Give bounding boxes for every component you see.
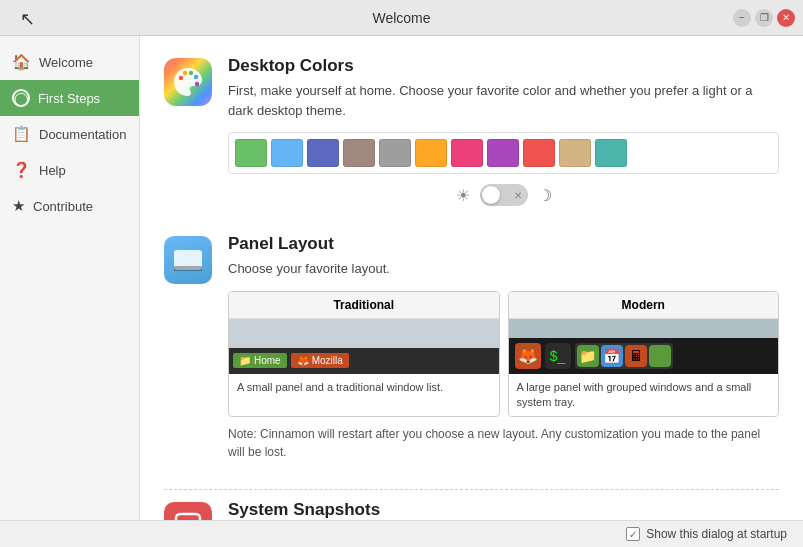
swatch-tan[interactable] (559, 139, 591, 167)
terminal-icon: $_ (545, 343, 571, 369)
panel-layout-desc: Choose your favorite layout. (228, 259, 779, 279)
swatch-indigo[interactable] (307, 139, 339, 167)
traditional-label: Traditional (229, 292, 499, 319)
svg-point-3 (189, 71, 193, 75)
help-icon: ❓ (12, 161, 31, 179)
titlebar: ↖ Welcome − ❐ ✕ (0, 0, 803, 36)
star-icon: ★ (12, 197, 25, 215)
traditional-layout[interactable]: Traditional 📁 Home 🦊 Mozilla (228, 291, 500, 418)
restore-button[interactable]: ❐ (755, 9, 773, 27)
traditional-desc: A small panel and a traditional window l… (229, 374, 499, 401)
modern-group: 📁 📅 🖩 (575, 343, 673, 369)
swatch-brown[interactable] (343, 139, 375, 167)
system-snapshots-section: System Snapshots Next, let's set automat… (164, 500, 779, 520)
calendar-icon: 📅 (601, 345, 623, 367)
toggle-knob (482, 186, 500, 204)
theme-toggle-row: ☀ ✕ ☽ (228, 184, 779, 206)
sidebar-label-help: Help (39, 163, 66, 178)
documentation-icon: 📋 (12, 125, 31, 143)
desktop-colors-body: Desktop Colors First, make yourself at h… (228, 56, 779, 206)
desktop-colors-icon (164, 58, 212, 106)
snapshots-svg (170, 508, 206, 520)
svg-rect-7 (174, 266, 202, 271)
dashed-separator (164, 489, 779, 490)
swatch-purple[interactable] (487, 139, 519, 167)
sidebar-item-contribute[interactable]: ★ Contribute (0, 188, 139, 224)
desktop-colors-section: Desktop Colors First, make yourself at h… (164, 56, 779, 206)
sidebar-item-documentation[interactable]: 📋 Documentation (0, 116, 139, 152)
snapshots-body: System Snapshots Next, let's set automat… (228, 500, 779, 520)
sidebar-item-welcome[interactable]: 🏠 Welcome (0, 44, 139, 80)
modern-label: Modern (509, 292, 779, 319)
moon-icon: ☽ (538, 186, 552, 205)
home-label: Home (254, 355, 281, 366)
traditional-bar: 📁 Home 🦊 Mozilla (229, 348, 499, 374)
show-dialog-checkbox[interactable]: ✓ (626, 527, 640, 541)
show-dialog-checkbox-row[interactable]: ✓ Show this dialog at startup (626, 527, 787, 541)
color-swatches (228, 132, 779, 174)
toggle-x: ✕ (514, 190, 522, 201)
home-icon: 🏠 (12, 53, 31, 71)
modern-preview: 🦊 $_ 📁 📅 🖩 (509, 319, 779, 374)
sidebar-label-first-steps: First Steps (38, 91, 100, 106)
sidebar-item-help[interactable]: ❓ Help (0, 152, 139, 188)
modern-layout[interactable]: Modern 🦊 $_ 📁 📅 🖩 (508, 291, 780, 418)
modern-desc: A large panel with grouped windows and a… (509, 374, 779, 417)
trad-mozilla-btn: 🦊 Mozilla (291, 353, 349, 368)
swatch-red[interactable] (523, 139, 555, 167)
show-dialog-label: Show this dialog at startup (646, 527, 787, 541)
swatch-teal[interactable] (595, 139, 627, 167)
minimize-button[interactable]: − (733, 9, 751, 27)
close-button[interactable]: ✕ (777, 9, 795, 27)
trad-home-btn: 📁 Home (233, 353, 287, 368)
sidebar-item-first-steps[interactable]: ◯ First Steps (0, 80, 139, 116)
window-title: Welcome (372, 10, 430, 26)
panel-layouts: Traditional 📁 Home 🦊 Mozilla (228, 291, 779, 418)
panel-note: Note: Cinnamon will restart after you ch… (228, 425, 779, 461)
swatch-lightblue[interactable] (271, 139, 303, 167)
content-area: Desktop Colors First, make yourself at h… (140, 36, 803, 520)
modern-bar: 🦊 $_ 📁 📅 🖩 (509, 338, 779, 374)
panel-layout-body: Panel Layout Choose your favorite layout… (228, 234, 779, 461)
theme-toggle[interactable]: ✕ (480, 184, 528, 206)
folder-icon: 📁 (239, 355, 251, 366)
svg-point-4 (194, 75, 198, 79)
files-icon: 📁 (577, 345, 599, 367)
sidebar-label-welcome: Welcome (39, 55, 93, 70)
panel-layout-title: Panel Layout (228, 234, 779, 254)
palette-svg (170, 64, 206, 100)
calc-icon: 🖩 (625, 345, 647, 367)
desktop-colors-title: Desktop Colors (228, 56, 779, 76)
swatch-pink[interactable] (451, 139, 483, 167)
swatch-orange[interactable] (415, 139, 447, 167)
svg-point-1 (179, 76, 183, 80)
cursor-icon: ↖ (20, 8, 35, 30)
sidebar-label-contribute: Contribute (33, 199, 93, 214)
panel-layout-section: Panel Layout Choose your favorite layout… (164, 234, 779, 461)
snapshots-icon (164, 502, 212, 520)
traditional-preview: 📁 Home 🦊 Mozilla (229, 319, 499, 374)
mozilla-label: Mozilla (312, 355, 343, 366)
firefox-icon: 🦊 (297, 355, 309, 366)
panel-svg (170, 242, 206, 278)
bottom-bar: ✓ Show this dialog at startup (0, 520, 803, 547)
greenapp-icon (649, 345, 671, 367)
window-controls: − ❐ ✕ (733, 9, 795, 27)
app-body: 🏠 Welcome ◯ First Steps 📋 Documentation … (0, 36, 803, 520)
sun-icon: ☀ (456, 186, 470, 205)
swatch-green[interactable] (235, 139, 267, 167)
swatch-gray[interactable] (379, 139, 411, 167)
svg-point-2 (183, 71, 187, 75)
sidebar: 🏠 Welcome ◯ First Steps 📋 Documentation … (0, 36, 140, 520)
svg-point-5 (195, 82, 199, 86)
firefox-modern-icon: 🦊 (515, 343, 541, 369)
first-steps-icon: ◯ (12, 89, 30, 107)
desktop-colors-desc: First, make yourself at home. Choose you… (228, 81, 779, 120)
snapshots-title: System Snapshots (228, 500, 779, 520)
panel-layout-icon (164, 236, 212, 284)
sidebar-label-documentation: Documentation (39, 127, 126, 142)
